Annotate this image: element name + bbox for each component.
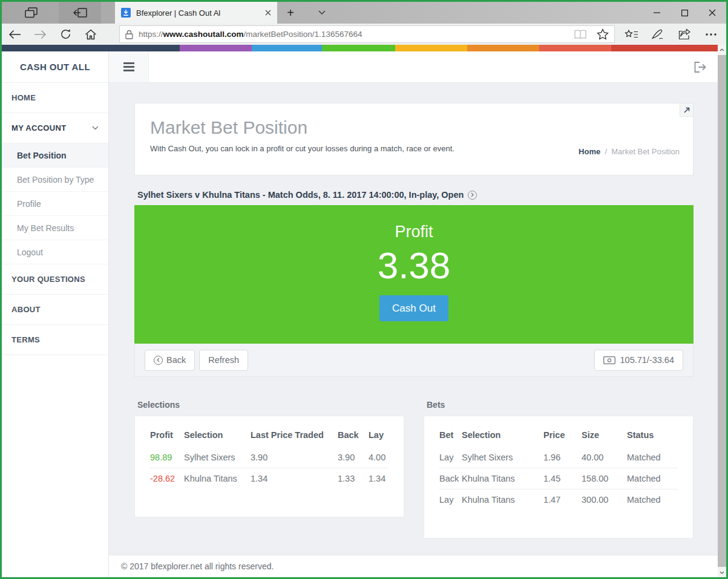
bet-size: 300.00 xyxy=(582,495,627,505)
web-note-ink-button[interactable] xyxy=(644,24,671,45)
selection-row: -28.62 Khulna Titans 1.34 1.33 1.34 xyxy=(150,468,389,489)
back-button[interactable]: Back xyxy=(145,350,195,371)
col-header-status: Status xyxy=(627,430,678,440)
chevron-left-circle-icon xyxy=(154,356,163,365)
breadcrumb-home-link[interactable]: Home xyxy=(579,147,600,156)
new-tab-button[interactable]: + xyxy=(280,2,301,24)
browser-tab-bar: Bfexplorer | Cash Out Al + xyxy=(2,2,726,24)
refresh-page-button[interactable]: Refresh xyxy=(199,350,248,371)
window-close-button[interactable] xyxy=(698,2,726,24)
share-button[interactable] xyxy=(671,24,698,45)
stripe-blue xyxy=(252,45,322,51)
sidebar-item-label: ABOUT xyxy=(11,305,41,314)
selection-name: Khulna Titans xyxy=(184,474,251,483)
set-tabs-aside-icon xyxy=(73,8,87,18)
sidebar-item-my-account[interactable]: MY ACCOUNT xyxy=(2,113,108,143)
chevron-down-icon xyxy=(92,126,99,130)
col-header-size: Size xyxy=(582,430,627,440)
selection-name: Sylhet Sixers xyxy=(184,453,251,462)
reading-view-icon[interactable] xyxy=(574,30,587,39)
sidebar-item-your-questions[interactable]: YOUR QUESTIONS xyxy=(2,264,108,295)
sidebar-item-label: Bet Position xyxy=(17,151,67,160)
scrollbar-thumb[interactable] xyxy=(718,55,726,567)
tab-preview-button[interactable] xyxy=(18,2,44,24)
bet-price: 1.96 xyxy=(543,453,582,462)
back-nav-button[interactable] xyxy=(2,24,27,45)
balance-value: 105.71/-33.64 xyxy=(620,355,675,365)
bet-price: 1.45 xyxy=(543,474,582,483)
browser-tab[interactable]: Bfexplorer | Cash Out Al xyxy=(115,2,277,24)
sidebar-item-my-bet-results[interactable]: My Bet Results xyxy=(2,216,108,240)
add-favorite-star-icon[interactable] xyxy=(597,28,609,40)
hub-favorites-button[interactable] xyxy=(618,24,644,45)
bet-price: 1.47 xyxy=(543,495,582,505)
bet-size: 158.00 xyxy=(582,474,627,483)
stripe-green xyxy=(322,45,395,51)
col-header-profit: Profit xyxy=(150,430,184,440)
sidebar-item-terms[interactable]: TERMS xyxy=(2,325,108,355)
scrollbar-up-arrow[interactable] xyxy=(718,45,726,54)
col-header-selection: Selection xyxy=(184,430,251,440)
profit-label: Profit xyxy=(395,223,433,241)
brand-logo[interactable]: CASH OUT ALL xyxy=(2,51,108,83)
site-favicon xyxy=(121,8,131,18)
refresh-button[interactable] xyxy=(53,24,78,45)
home-button[interactable] xyxy=(78,24,103,45)
selections-section: Selections Profit Selection Last Price T… xyxy=(134,400,404,538)
col-header-price: Price xyxy=(543,430,582,440)
window-minimize-button[interactable] xyxy=(643,2,671,24)
bet-status: Matched xyxy=(627,453,678,462)
scrollbar-down-arrow[interactable] xyxy=(718,568,726,577)
cash-out-button[interactable]: Cash Out xyxy=(379,295,448,321)
col-header-bet: Bet xyxy=(439,430,462,440)
address-bar[interactable]: https://www.cashoutall.com/marketBetPosi… xyxy=(119,25,615,43)
bet-selection: Khulna Titans xyxy=(462,495,543,505)
url-text: https://www.cashoutall.com/marketBetPosi… xyxy=(139,30,362,39)
window-controls xyxy=(643,2,726,24)
breadcrumb: Home / Market Bet Position xyxy=(579,147,680,156)
site-body: CASH OUT ALL HOME MY ACCOUNT Bet Positio… xyxy=(2,51,718,577)
bet-type: Lay xyxy=(439,453,462,462)
more-actions-ellipsis-icon[interactable] xyxy=(698,24,724,45)
page-scrollbar[interactable] xyxy=(718,45,726,577)
selection-last-price-traded: 3.90 xyxy=(251,453,338,462)
selections-header-row: Profit Selection Last Price Traded Back … xyxy=(150,424,389,447)
panel-collapse-button[interactable] xyxy=(680,103,693,117)
banknote-icon xyxy=(603,356,615,364)
window-maximize-button[interactable] xyxy=(671,2,698,24)
selection-back-price: 3.90 xyxy=(338,453,369,462)
sidebar-item-home[interactable]: HOME xyxy=(2,83,108,113)
sidebar-item-label: Logout xyxy=(17,247,43,257)
balance-badge: 105.71/-33.64 xyxy=(594,350,684,371)
bets-card: Bet Selection Price Size Status Lay Sylh… xyxy=(424,416,694,538)
forward-nav-button[interactable] xyxy=(27,24,53,45)
market-open-chevron-icon[interactable] xyxy=(468,191,477,200)
selection-profit: -28.62 xyxy=(150,474,184,483)
sign-out-icon[interactable] xyxy=(693,61,708,73)
sidebar-item-profile[interactable]: Profile xyxy=(2,192,108,216)
bet-status: Matched xyxy=(627,474,678,483)
bet-selection: Khulna Titans xyxy=(462,474,543,483)
copyright-text: © 2017 bfexplorer.net all rights reserve… xyxy=(121,561,274,571)
stripe-darkred xyxy=(611,45,718,51)
sidebar-item-label: HOME xyxy=(11,93,36,102)
bet-row: Lay Sylhet Sixers 1.96 40.00 Matched xyxy=(439,447,678,468)
tab-close-icon[interactable] xyxy=(265,10,271,16)
sidebar-item-bet-position[interactable]: Bet Position xyxy=(2,143,108,168)
hamburger-menu-icon[interactable] xyxy=(109,51,149,82)
tab-list-chevron-icon[interactable] xyxy=(312,2,332,24)
market-heading-row: Sylhet Sixers v Khulna Titans - Match Od… xyxy=(137,190,694,200)
bet-row: Back Khulna Titans 1.45 158.00 Matched xyxy=(439,468,678,489)
selection-last-price-traded: 1.34 xyxy=(251,474,338,483)
main-column: Market Bet Position With Cash Out, you c… xyxy=(109,51,718,577)
back-button-label: Back xyxy=(166,355,186,365)
tables-row: Selections Profit Selection Last Price T… xyxy=(134,400,694,538)
sidebar-item-logout[interactable]: Logout xyxy=(2,240,108,264)
profit-value: 3.38 xyxy=(378,246,451,285)
sidebar-item-about[interactable]: ABOUT xyxy=(2,295,108,325)
set-tabs-aside-button[interactable] xyxy=(59,2,101,24)
selections-card: Profit Selection Last Price Traded Back … xyxy=(134,416,404,517)
bet-row: Lay Khulna Titans 1.47 300.00 Matched xyxy=(439,489,678,510)
sidebar-item-bet-position-by-type[interactable]: Bet Position by Type xyxy=(2,168,108,192)
arrow-northeast-icon xyxy=(684,107,690,113)
